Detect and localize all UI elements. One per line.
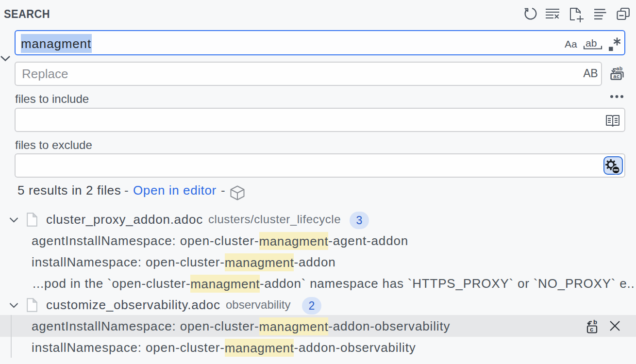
svg-text:c: c [590, 326, 593, 333]
svg-text:ab: ab [586, 37, 597, 49]
svg-text:ac: ac [613, 73, 620, 79]
svg-text:b: b [593, 319, 597, 326]
svg-text:Aa: Aa [565, 38, 577, 50]
svg-text:ab: ab [617, 66, 623, 71]
